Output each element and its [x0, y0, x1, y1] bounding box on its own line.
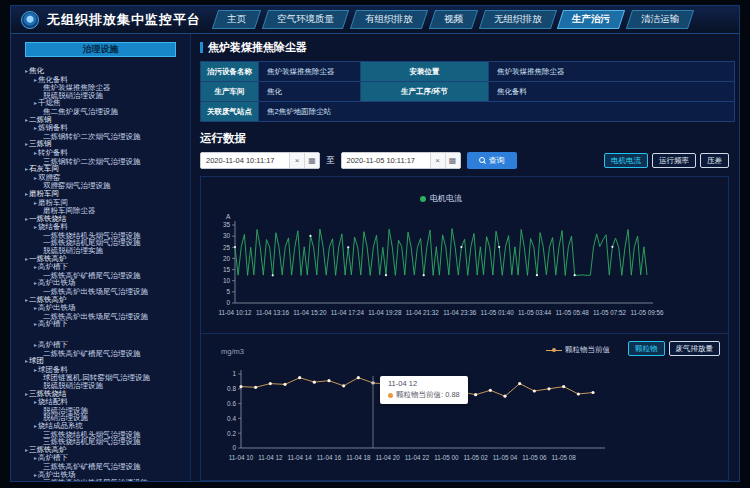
pm-button-废气排放量[interactable]: 废气排放量	[669, 341, 721, 356]
tree-item[interactable]: 脱硫脱硝治理设施	[25, 382, 188, 390]
tree-item[interactable]: ▸烧结备料	[25, 223, 188, 232]
clear-icon[interactable]: ×	[289, 153, 304, 168]
svg-text:11-04 12: 11-04 12	[258, 454, 283, 461]
tree-item-label: 磨粉车间	[29, 190, 59, 198]
metric-button-运行频率[interactable]: 运行频率	[652, 153, 696, 168]
tree-item[interactable]: ▸一炼铁烧结	[25, 215, 188, 224]
table-value-cell: 焦化	[259, 82, 361, 102]
chart-legend[interactable]: 电机电流	[201, 193, 681, 204]
tree-item-label: 三炼铁烧结机头烟气治理设施	[43, 431, 141, 439]
tree-item[interactable]: ▸高炉出铁场	[25, 304, 188, 313]
nav-item-无组织排放[interactable]: 无组织排放	[478, 10, 556, 29]
tree-item[interactable]: 三炼钢转炉二次烟气治理设施	[25, 158, 188, 166]
tree-item[interactable]: ▸三炼钢	[25, 140, 188, 149]
chevron-right-icon: ▸	[34, 100, 37, 106]
tree-item[interactable]: 三炼铁烧结机头烟气治理设施	[25, 431, 188, 439]
tree-item[interactable]: 脱硫治理设施	[25, 407, 188, 415]
query-button[interactable]: 查询	[467, 152, 517, 169]
date-range-end[interactable]: 2020-11-05 10:11:17 × ▦	[341, 152, 461, 169]
nav-item-label: 有组织排放	[365, 13, 413, 26]
tree-item[interactable]: 脱硫脱硝治理实施	[25, 247, 188, 255]
metric-button-电机电流[interactable]: 电机电流	[604, 153, 648, 168]
nav-item-label: 清洁运输	[641, 13, 679, 26]
nav-item-清洁运输[interactable]: 清洁运输	[626, 10, 694, 29]
nav-item-主页[interactable]: 主页	[212, 10, 261, 29]
tree-item[interactable]: 脱硫脱硝治理设施	[25, 92, 188, 100]
tree-item[interactable]: 二炼铁高炉出铁场尾气治理设施	[25, 313, 188, 321]
tree-item[interactable]: 三炼铁烧结机尾烟气治理设施	[25, 438, 188, 446]
tree-item-label: 炼钢备料	[38, 124, 68, 132]
tree-item[interactable]: 三炼铁高炉矿槽尾气治理设施	[25, 463, 188, 471]
tree-item[interactable]: ▸二炼钢	[25, 116, 188, 125]
tree-item[interactable]: ▸高炉槽下	[25, 454, 188, 463]
pm-legend[interactable]: 颗粒物当前值	[546, 345, 610, 355]
tree-item[interactable]: ▸二炼铁高炉	[25, 296, 188, 305]
legend-dot-icon	[420, 196, 426, 202]
tree-item[interactable]: 一炼铁高炉矿槽尾气治理设施	[25, 272, 188, 280]
nav-item-视频[interactable]: 视频	[428, 10, 477, 29]
chevron-right-icon: ▸	[25, 191, 28, 197]
metric-button-压差[interactable]: 压差	[700, 153, 729, 168]
tree-item[interactable]: ▸三炼铁烧结	[25, 390, 188, 399]
svg-text:A: A	[226, 213, 231, 220]
tree-item[interactable]: 球团链篦机.回转窑烟气治理设施	[25, 374, 188, 382]
facilities-tab-button[interactable]: 治理设施	[25, 42, 176, 57]
tree-item[interactable]: 磨粉车间除尘器	[25, 207, 188, 215]
tree-item[interactable]: 脱硝治理设施	[25, 414, 188, 422]
tree-item-label: 双膛窑	[38, 174, 61, 182]
chevron-right-icon: ▸	[34, 200, 37, 206]
tree-item[interactable]: 一炼铁高炉出铁场尾气治理设施	[25, 288, 188, 296]
tree-item[interactable]: ▸焦化	[25, 67, 188, 76]
tree-item[interactable]: ▸球团备料	[25, 366, 188, 375]
tree-item[interactable]: 焦二焦炉废气治理设施	[25, 108, 188, 116]
chevron-right-icon: ▸	[34, 150, 37, 156]
tree-item[interactable]: ▸三炼铁高炉	[25, 446, 188, 455]
pm-button-颗粒物[interactable]: 颗粒物	[628, 341, 665, 356]
svg-text:11-04 19:28: 11-04 19:28	[368, 309, 402, 316]
tree-item[interactable]: ▸磨粉车间	[25, 199, 188, 208]
tree-item-label: 三炼铁烧结	[29, 390, 67, 398]
tree-item-label: 二炼钢	[29, 116, 52, 124]
calendar-icon[interactable]: ▦	[304, 153, 319, 168]
date-range-start[interactable]: 2020-11-04 10:11:17 × ▦	[200, 152, 320, 169]
tree-item[interactable]: ▸双膛窑	[25, 174, 188, 183]
tree-item[interactable]: ▸石灰车间	[25, 165, 188, 174]
tree-item[interactable]: 一炼铁烧结机尾烟气治理设施	[25, 239, 188, 247]
tree-item[interactable]: ▸一炼铁高炉	[25, 255, 188, 264]
start-date-input[interactable]: 2020-11-04 10:11:17	[201, 153, 289, 168]
nav-item-空气环境质量[interactable]: 空气环境质量	[262, 10, 349, 29]
table-value-cell: 焦炉装煤推焦除尘器	[259, 62, 361, 82]
tree-item-label: 脱硫脱硝治理设施	[43, 382, 103, 390]
clear-icon[interactable]: ×	[430, 153, 445, 168]
tree-item[interactable]: ▸高炉槽下	[25, 263, 188, 272]
tree-item[interactable]: ▸高炉槽下	[25, 320, 188, 329]
tree-item[interactable]: ▸高炉出铁场	[25, 279, 188, 288]
nav-item-生产治污[interactable]: 生产治污	[557, 10, 625, 29]
tooltip-series-dot-icon	[388, 393, 393, 398]
tree-item[interactable]: 三炼铁高炉出铁场尾气治理设施	[25, 479, 188, 481]
tree-item[interactable]: ▸转炉备料	[25, 149, 188, 158]
tree-item[interactable]: ▸磨粉车间	[25, 190, 188, 199]
tree-item[interactable]: 二炼铁高炉矿槽尾气治理设施	[25, 350, 188, 358]
tree-item[interactable]: 一炼铁烧结机头烟气治理设施	[25, 232, 188, 240]
tree-item[interactable]: ▸高炉槽下	[25, 341, 188, 350]
tree-item[interactable]: ▸焦化备料	[25, 76, 188, 85]
tree-item[interactable]: ▸烧结配料	[25, 398, 188, 407]
chevron-right-icon: ▸	[25, 166, 28, 172]
chevron-right-icon: ▸	[34, 423, 37, 429]
tree-item[interactable]: ▸球团	[25, 357, 188, 366]
calendar-icon[interactable]: ▦	[445, 153, 460, 168]
tree-item[interactable]: ▸干熄焦	[25, 99, 188, 108]
nav-item-有组织排放[interactable]: 有组织排放	[350, 10, 428, 29]
tree-item[interactable]: 焦炉装煤推焦除尘器	[25, 84, 188, 92]
tree-item[interactable]: ▸炼钢备料	[25, 124, 188, 133]
tree-item[interactable]: ▸高炉出铁场	[25, 471, 188, 480]
tree-item[interactable]: ▸烧结成品系统	[25, 422, 188, 431]
table-label-cell: 安装位置	[361, 62, 489, 82]
tree-gap	[25, 329, 188, 341]
svg-text:11-05 04: 11-05 04	[493, 454, 518, 461]
tree-item[interactable]: 二炼钢转炉二次烟气治理设施	[25, 133, 188, 141]
end-date-input[interactable]: 2020-11-05 10:11:17	[342, 153, 430, 168]
tree-item-label: 脱硫脱硝治理设施	[43, 92, 103, 100]
tree-item[interactable]: 双膛窑烟气治理设施	[25, 182, 188, 190]
